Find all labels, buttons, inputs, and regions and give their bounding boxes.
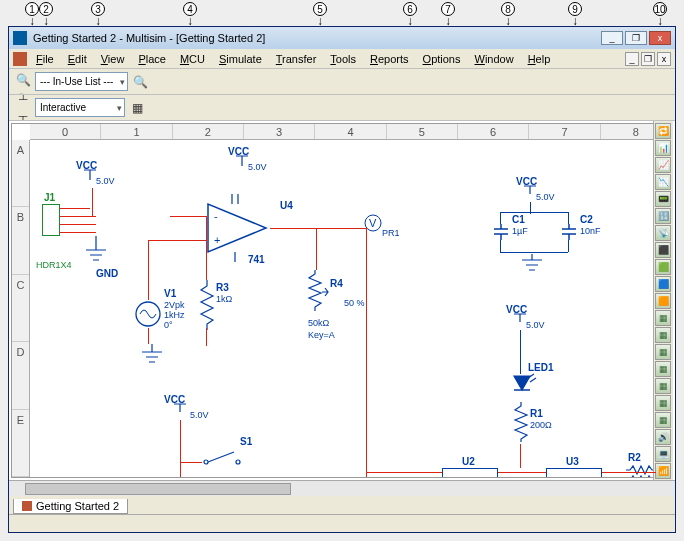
app-icon [13, 31, 27, 45]
ground-symbol-v1 [140, 344, 164, 366]
instrument-button[interactable]: ▦ [655, 327, 671, 343]
toolbar-button[interactable]: ┬ [13, 106, 33, 122]
component-led1[interactable] [510, 374, 534, 398]
ruler-horizontal: 012345678 [30, 124, 672, 140]
instrument-button[interactable]: 📡 [655, 225, 671, 241]
refdes-j1: J1 [44, 192, 55, 203]
voltage-label-2: 5.0V [248, 162, 267, 172]
status-bar [9, 514, 675, 532]
schematic-canvas[interactable]: VCC 5.0V J1 HDR1X4 GND VCC [30, 140, 672, 477]
instrument-button[interactable]: 🟧 [655, 293, 671, 309]
toolbar-button[interactable]: ▦ [127, 98, 147, 118]
instrument-button[interactable]: ▦ [655, 344, 671, 360]
component-u2[interactable] [442, 468, 498, 478]
mdi-close-button[interactable]: x [657, 52, 671, 66]
instrument-button[interactable]: 📈 [655, 157, 671, 173]
menu-edit[interactable]: Edit [61, 51, 94, 67]
callout-2: 2↓ [36, 2, 56, 26]
menu-file[interactable]: File [29, 51, 61, 67]
refdes-u4: U4 [280, 200, 293, 211]
instrument-button[interactable]: ▦ [655, 378, 671, 394]
callout-3: 3↓ [88, 2, 108, 26]
tab-icon [22, 501, 32, 511]
r3-value: 1kΩ [216, 294, 232, 304]
component-u4-opamp[interactable]: - + [202, 198, 274, 258]
ruler-vertical: ABCDE [12, 140, 30, 477]
s1-key: Key = Space [198, 476, 249, 478]
document-tabs: Getting Started 2 [9, 496, 675, 514]
instrument-button[interactable]: 🔁 [655, 123, 671, 139]
component-c1[interactable] [492, 224, 510, 242]
instrument-button[interactable]: 🔊 [655, 429, 671, 445]
horizontal-scrollbar[interactable] [9, 480, 675, 496]
gnd-label: GND [96, 268, 118, 279]
instrument-button[interactable]: ▦ [655, 310, 671, 326]
instrument-button[interactable]: 📊 [655, 140, 671, 156]
menu-reports[interactable]: Reports [363, 51, 416, 67]
component-c2[interactable] [560, 224, 578, 242]
toolbar-button[interactable]: 🔍 [130, 72, 150, 92]
component-r4-pot[interactable] [308, 270, 328, 316]
component-s1-switch[interactable] [202, 450, 242, 466]
menu-transfer[interactable]: Transfer [269, 51, 324, 67]
instruments-toolbar: 🔁📊📈📉📟🔢📡⬛🟩🟦🟧▦▦▦▦▦▦▦🔊💻📶🧰dʃ [653, 121, 673, 480]
instrument-button[interactable]: 📟 [655, 191, 671, 207]
instrument-button[interactable]: ⬛ [655, 242, 671, 258]
callout-5: 5↓ [310, 2, 330, 26]
standard-toolbar: 🗋📂📂💾🖶✂📋📋↶↷🔍🔍🔍▦▦📄⧉?A▦▦▦ --- In-Use List -… [9, 69, 675, 95]
in-use-list-combo[interactable]: --- In-Use List --- [35, 72, 128, 91]
component-r1[interactable] [514, 402, 528, 446]
instrument-button[interactable]: 💻 [655, 446, 671, 462]
toolbar-button[interactable]: 🔍 [13, 70, 33, 90]
component-r3[interactable] [200, 280, 214, 330]
menu-window[interactable]: Window [467, 51, 520, 67]
toolbar-button[interactable]: ⊥ [13, 95, 33, 106]
refdes-r1: R1 [530, 408, 543, 419]
refdes-r4: R4 [330, 278, 343, 289]
components-toolbar: ⏚≈↯⊟⊞◇D◐MISC⊡Y⌁⊥⟂╧⊥┬⊕⊐♪◉Ø◉◌✦◉∅▶‖■✎ Inter… [9, 95, 675, 121]
menu-options[interactable]: Options [416, 51, 468, 67]
refdes-c1: C1 [512, 214, 525, 225]
component-v1-source[interactable] [134, 300, 162, 328]
component-j1[interactable] [42, 204, 60, 236]
instrument-button[interactable]: 📶 [655, 463, 671, 479]
svg-point-7 [204, 460, 208, 464]
svg-text:+: + [214, 234, 220, 246]
part-741: 741 [248, 254, 265, 265]
voltage-label-3: 5.0V [536, 192, 555, 202]
mdi-minimize-button[interactable]: _ [625, 52, 639, 66]
refdes-r3: R3 [216, 282, 229, 293]
r4-key: Key=A [308, 330, 335, 340]
refdes-v1: V1 [164, 288, 176, 299]
menu-simulate[interactable]: Simulate [212, 51, 269, 67]
menu-mcu[interactable]: MCU [173, 51, 212, 67]
instrument-button[interactable]: 🟦 [655, 276, 671, 292]
instrument-button[interactable]: ▦ [655, 361, 671, 377]
instrument-button[interactable]: 🔢 [655, 208, 671, 224]
menu-help[interactable]: Help [521, 51, 558, 67]
instrument-button[interactable]: ▦ [655, 412, 671, 428]
close-button[interactable]: x [649, 31, 671, 45]
menu-tools[interactable]: Tools [323, 51, 363, 67]
maximize-button[interactable]: ❐ [625, 31, 647, 45]
instrument-button[interactable]: ▦ [655, 395, 671, 411]
menu-place[interactable]: Place [131, 51, 173, 67]
c2-value: 10nF [580, 226, 601, 236]
voltage-label-5: 5.0V [190, 410, 209, 420]
minimize-button[interactable]: _ [601, 31, 623, 45]
refdes-c2: C2 [580, 214, 593, 225]
simulation-mode-combo[interactable]: Interactive [35, 98, 125, 117]
svg-text:V: V [369, 217, 377, 229]
component-u3[interactable] [546, 468, 602, 478]
tab-getting-started-2[interactable]: Getting Started 2 [13, 499, 128, 514]
mdi-maximize-button[interactable]: ❐ [641, 52, 655, 66]
refdes-s1: S1 [240, 436, 252, 447]
instrument-button[interactable]: 🟩 [655, 259, 671, 275]
svg-point-8 [236, 460, 240, 464]
instrument-button[interactable]: 📉 [655, 174, 671, 190]
workspace: 012345678 ABCDE VCC 5.0V J1 HDR1X4 GND [9, 121, 675, 480]
canvas-area: 012345678 ABCDE VCC 5.0V J1 HDR1X4 GND [11, 123, 673, 478]
refdes-led1: LED1 [528, 362, 554, 373]
title-bar: Getting Started 2 - Multisim - [Getting … [9, 27, 675, 49]
menu-view[interactable]: View [94, 51, 132, 67]
